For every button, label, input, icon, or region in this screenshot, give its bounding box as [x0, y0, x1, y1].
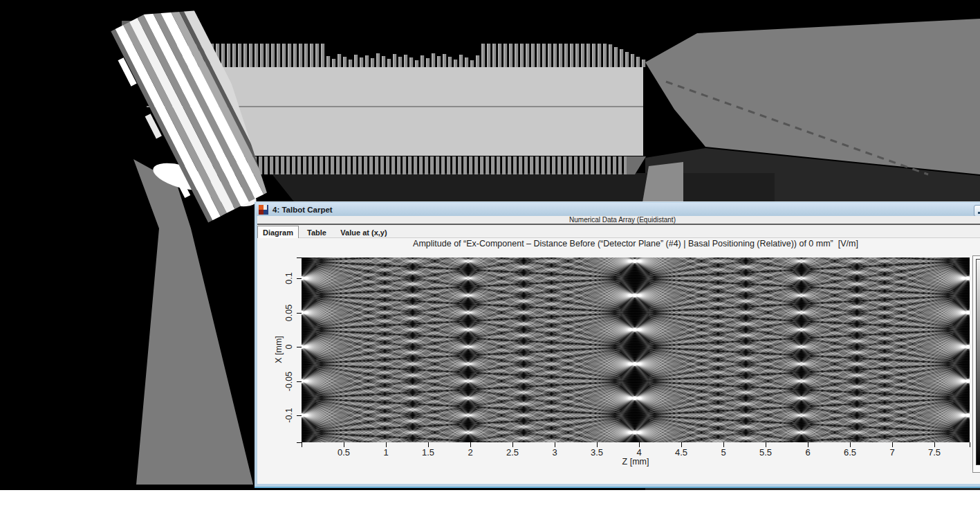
x-tick-mark — [970, 442, 970, 447]
x-tick-mark — [344, 442, 344, 447]
tab-diagram[interactable]: Diagram — [257, 226, 299, 238]
y-axis-label: X [mm] — [274, 336, 284, 363]
x-tick-mark — [386, 442, 387, 447]
tab-value-at-xy[interactable]: Value at (x,y) — [333, 227, 394, 238]
color-legend-panel — [972, 255, 980, 473]
window-title: 4: Talbot Carpet — [272, 206, 333, 214]
x-tick-mark — [470, 442, 471, 447]
x-tick-label: 5 — [721, 447, 725, 458]
grayscale-colorbar — [976, 259, 980, 465]
x-tick-mark — [597, 442, 598, 447]
x-tick-label: 3.5 — [591, 447, 603, 458]
x-tick-mark — [808, 442, 808, 447]
x-tick-label: 5.5 — [759, 447, 772, 458]
y-tick-mark — [297, 442, 302, 443]
y-tick-mark — [297, 347, 302, 347]
x-tick-label: 3 — [552, 447, 557, 458]
x-tick-label: 7.5 — [928, 447, 941, 458]
tab-bar: Diagram Table Value at (x,y) — [257, 225, 980, 238]
desktop-capture: 4: Talbot Carpet Numerical Data Array (E… — [0, 0, 980, 515]
y-tick-mark — [297, 258, 302, 258]
x-tick-mark — [639, 442, 640, 447]
tab-table[interactable]: Table — [300, 227, 333, 238]
y-tick-label: 0.05 — [284, 304, 294, 320]
y-tick-mark — [297, 313, 302, 314]
x-tick-label: 6.5 — [844, 447, 856, 458]
x-tick-mark — [723, 442, 724, 447]
y-tick-mark — [297, 278, 302, 279]
x-tick-label: 4.5 — [675, 447, 687, 458]
x-tick-mark — [428, 442, 429, 447]
x-tick-label: 1 — [383, 447, 388, 458]
x-tick-label: 4 — [636, 447, 641, 458]
y-tick-label: 0.1 — [284, 272, 294, 284]
document-type-bar: Numerical Data Array (Equidistant) — [257, 216, 980, 225]
window-talbot-carpet: 4: Talbot Carpet Numerical Data Array (E… — [255, 201, 980, 488]
x-tick-mark — [766, 442, 766, 447]
x-tick-label: 7 — [889, 447, 894, 458]
x-tick-label: 2 — [468, 447, 472, 458]
x-tick-mark — [512, 442, 513, 447]
x-tick-mark — [555, 442, 555, 447]
x-tick-label: 1.5 — [422, 447, 434, 458]
x-tick-mark — [934, 442, 935, 447]
x-tick-mark — [892, 442, 893, 447]
x-tick-label: 0.5 — [338, 447, 350, 458]
chart-title: Amplitude of “Ex-Component – Distance Be… — [302, 239, 970, 249]
talbot-carpet-heatmap[interactable] — [302, 258, 970, 442]
minimize-button[interactable] — [974, 205, 980, 217]
x-tick-label: 2.5 — [506, 447, 519, 458]
x-tick-label: 6 — [805, 447, 810, 458]
x-tick-mark — [681, 442, 682, 447]
y-tick-mark — [297, 415, 302, 416]
window-titlebar[interactable]: 4: Talbot Carpet — [256, 203, 980, 216]
data-array-checker-icon — [259, 205, 268, 215]
y-tick-label: 0 — [284, 345, 294, 350]
x-axis-label: Z [mm] — [302, 457, 970, 467]
x-tick-mark — [302, 442, 302, 447]
y-tick-label: -0.1 — [284, 408, 294, 423]
x-tick-mark — [850, 442, 851, 447]
y-tick-label: -0.05 — [284, 371, 294, 391]
y-tick-mark — [297, 381, 302, 382]
